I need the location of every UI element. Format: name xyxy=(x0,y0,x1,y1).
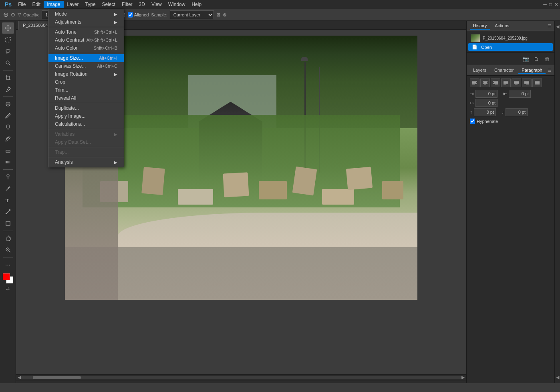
justify-left-btn[interactable] xyxy=(501,78,511,87)
gradient-tool[interactable] xyxy=(2,157,14,168)
hyphenate-row: Hyphenate xyxy=(470,119,551,124)
svg-rect-18 xyxy=(6,221,10,225)
tab-history[interactable]: History xyxy=(470,22,490,30)
extra-icon: ⊗ xyxy=(223,12,227,18)
indent-left-input[interactable] xyxy=(475,90,498,98)
menu-image-size[interactable]: Image Size... Alt+Ctrl+I xyxy=(48,54,124,62)
new-snapshot-btn[interactable]: 📷 xyxy=(522,54,530,63)
menu-auto-tone[interactable]: Auto Tone Shift+Ctrl+L xyxy=(48,28,124,36)
sample-select[interactable]: Current Layer xyxy=(170,10,214,19)
history-item-snapshot[interactable]: P_20150604_205209.jpg xyxy=(468,33,553,43)
dodge-tool[interactable] xyxy=(2,171,14,183)
foreground-color-swatch[interactable] xyxy=(3,273,10,280)
zoom-tool[interactable] xyxy=(2,244,14,255)
align-right-btn[interactable] xyxy=(491,78,500,87)
menu-canvas-size[interactable]: Canvas Size... Alt+Ctrl+C xyxy=(48,62,124,70)
tab-layers[interactable]: Layers xyxy=(470,67,489,74)
clone-stamp-tool[interactable] xyxy=(2,122,14,133)
indent-first-input[interactable] xyxy=(475,99,498,107)
menu-analysis[interactable]: Analysis ▶ xyxy=(48,158,124,166)
space-before-row: ↑ ↓ xyxy=(470,108,551,116)
layers-panel-menu-icon[interactable]: ☰ xyxy=(548,68,551,72)
crop-tool[interactable] xyxy=(2,72,14,83)
history-open-label: Open xyxy=(481,45,492,50)
delete-state-btn[interactable]: 🗑 xyxy=(542,54,551,63)
menu-auto-contrast[interactable]: Auto Contrast Alt+Shift+Ctrl+L xyxy=(48,36,124,44)
menu-window[interactable]: Window xyxy=(165,1,189,8)
menu-edit[interactable]: Edit xyxy=(29,1,44,8)
menu-section-6: Trap... xyxy=(48,147,124,157)
menu-layer[interactable]: Layer xyxy=(64,1,82,8)
align-center-btn[interactable] xyxy=(480,78,490,87)
menu-trap[interactable]: Trap... xyxy=(48,148,124,156)
menu-crop[interactable]: Crop xyxy=(48,78,124,86)
menu-variables[interactable]: Variables ▶ xyxy=(48,130,124,138)
color-swatches[interactable] xyxy=(3,273,13,283)
extras-tool[interactable]: ⋯ xyxy=(2,259,14,270)
menu-3d[interactable]: 3D xyxy=(136,1,148,8)
scroll-thumb-h[interactable] xyxy=(33,376,81,379)
shape-tool[interactable] xyxy=(2,218,14,229)
svg-point-8 xyxy=(6,125,10,128)
quick-select-tool[interactable] xyxy=(2,57,14,68)
svg-rect-12 xyxy=(6,161,10,163)
menu-apply-data-set[interactable]: Apply Data Set... xyxy=(48,138,124,146)
history-item-open[interactable]: 📄 Open xyxy=(468,43,553,51)
restore-btn[interactable]: □ xyxy=(549,2,552,7)
menu-help[interactable]: Help xyxy=(188,1,205,8)
tab-actions[interactable]: Actions xyxy=(492,22,512,30)
path-select-tool[interactable] xyxy=(2,206,14,217)
menu-adjustments[interactable]: Adjustments ▶ xyxy=(48,18,124,26)
marquee-tool[interactable] xyxy=(2,34,14,45)
menu-filter[interactable]: Filter xyxy=(119,1,136,8)
history-item-label: P_20150604_205209.jpg xyxy=(483,36,528,40)
panel-collapse-top[interactable]: ◀ xyxy=(556,24,559,29)
menu-image[interactable]: Image xyxy=(44,1,63,8)
menu-image-rotation[interactable]: Image Rotation ▶ xyxy=(48,70,124,78)
justify-right-btn[interactable] xyxy=(522,78,532,87)
switch-colors-icon[interactable]: ⇄ xyxy=(6,286,10,291)
tab-paragraph[interactable]: Paragraph xyxy=(518,67,545,74)
scroll-track-h[interactable] xyxy=(21,376,461,379)
menu-file[interactable]: File xyxy=(15,1,29,8)
menu-type[interactable]: Type xyxy=(82,1,99,8)
align-left-btn[interactable] xyxy=(470,78,479,87)
space-before-input[interactable] xyxy=(474,108,496,116)
ps-logo[interactable]: Ps xyxy=(2,0,15,8)
hand-tool[interactable] xyxy=(2,233,14,244)
aligned-checkbox[interactable] xyxy=(128,10,133,19)
move-tool[interactable] xyxy=(2,22,14,34)
space-after-input[interactable] xyxy=(506,108,528,116)
minimize-btn[interactable]: ─ xyxy=(543,2,547,7)
indent-right-input[interactable] xyxy=(509,90,531,98)
tab-character[interactable]: Character xyxy=(491,67,517,74)
brush-tool[interactable] xyxy=(2,110,14,121)
aligned-checkbox-label[interactable]: Aligned xyxy=(128,10,149,19)
menu-apply-image[interactable]: Apply Image... xyxy=(48,112,124,120)
hyphenate-checkbox[interactable] xyxy=(470,119,475,124)
menu-trim[interactable]: Trim... xyxy=(48,86,124,94)
eraser-tool[interactable] xyxy=(2,145,14,156)
menu-select[interactable]: Select xyxy=(99,1,119,8)
horizontal-scrollbar[interactable]: ◀ ▶ xyxy=(16,374,466,380)
panel-menu-icon[interactable]: ☰ xyxy=(548,24,551,28)
menu-duplicate[interactable]: Duplicate... xyxy=(48,104,124,112)
heal-tool[interactable] xyxy=(2,99,14,110)
justify-center-btn[interactable] xyxy=(512,78,521,87)
menu-auto-color[interactable]: Auto Color Shift+Ctrl+B xyxy=(48,44,124,52)
menu-mode[interactable]: Mode ▶ xyxy=(48,10,124,18)
menu-reveal-all[interactable]: Reveal All xyxy=(48,94,124,102)
eyedropper-tool[interactable] xyxy=(2,84,14,95)
justify-all-btn[interactable] xyxy=(532,78,542,87)
panel-collapse-bottom[interactable]: ◀ xyxy=(556,375,559,380)
mode-arrow: ▶ xyxy=(114,12,117,16)
type-tool[interactable]: T xyxy=(2,195,14,206)
pen-tool[interactable] xyxy=(2,183,14,194)
close-btn[interactable]: ✕ xyxy=(554,2,558,7)
history-brush-tool[interactable] xyxy=(2,133,14,145)
right-collapse-strip: ◀ ◀ xyxy=(554,21,560,383)
menu-calculations[interactable]: Calculations... xyxy=(48,120,124,128)
lasso-tool[interactable] xyxy=(2,46,14,57)
create-new-layer-btn[interactable]: 🗋 xyxy=(532,54,541,63)
menu-view[interactable]: View xyxy=(148,1,165,8)
